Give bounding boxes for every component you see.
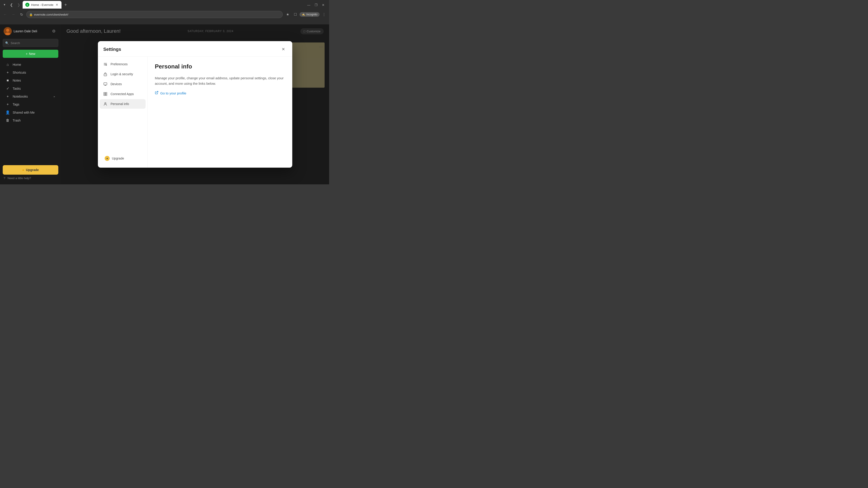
new-button[interactable]: + New: [3, 50, 58, 58]
help-label: Need a little help?: [7, 176, 31, 180]
svg-rect-9: [104, 92, 105, 94]
sidebar-item-tags[interactable]: + Tags: [2, 101, 59, 108]
svg-rect-12: [105, 94, 107, 96]
connected-apps-icon: [103, 92, 108, 96]
personal-info-label: Personal info: [111, 102, 129, 106]
sidebar-item-notebooks[interactable]: + Notebooks ►: [2, 93, 59, 100]
settings-icon-button[interactable]: ⚙: [50, 28, 57, 35]
incognito-label: Incognito: [306, 13, 317, 16]
new-tab-button[interactable]: +: [62, 2, 69, 8]
incognito-badge: 🕵 Incognito: [300, 12, 320, 17]
personal-info-icon: [103, 101, 108, 106]
sidebar-item-shortcuts[interactable]: + Shortcuts: [2, 69, 59, 76]
sidebar-bottom: ● Upgrade ? Need a little help?: [0, 163, 61, 184]
modal-close-button[interactable]: ✕: [280, 46, 287, 53]
settings-nav-connected-apps[interactable]: Connected Apps: [100, 89, 146, 99]
avatar: [4, 27, 12, 35]
modal-body: Preferences Login & security: [98, 57, 292, 168]
shortcuts-icon: +: [5, 70, 10, 74]
minimize-button[interactable]: —: [306, 2, 312, 8]
shortcuts-label: Shortcuts: [13, 71, 26, 74]
tab-group-button[interactable]: ▼: [2, 2, 7, 7]
settings-nav-bottom: ● Upgrade: [100, 152, 146, 165]
nav-forward-button[interactable]: →: [10, 11, 17, 18]
home-label: Home: [13, 63, 21, 66]
tasks-label: Tasks: [13, 87, 21, 90]
svg-point-13: [105, 103, 106, 104]
incognito-icon: 🕵: [302, 13, 305, 16]
lock-icon: 🔒: [29, 13, 33, 16]
window-controls: — ❐ ✕: [306, 2, 327, 8]
notebooks-arrow: ►: [53, 95, 56, 98]
settings-nav-login-security[interactable]: Login & security: [100, 69, 146, 79]
sidebar-nav: ⌂ Home + Shortcuts ■ Notes ✓ Tasks + Not…: [0, 60, 61, 163]
profile-link[interactable]: Go to your profile: [155, 91, 285, 95]
settings-section-title: Personal info: [155, 63, 285, 70]
svg-text:E: E: [27, 4, 28, 6]
refresh-button[interactable]: ↻: [18, 11, 25, 18]
sidebar: Lauren Dale Deli ⚙ 🔍 Search + New ⌂ Home…: [0, 24, 61, 184]
new-icon: +: [26, 52, 28, 56]
tab-bar: ▼ ❮ ❯ E Home - Evernote ✕ + — ❐ ✕: [0, 0, 329, 9]
settings-nav-preferences[interactable]: Preferences: [100, 59, 146, 69]
shared-label: Shared with Me: [13, 111, 35, 114]
trash-label: Trash: [13, 119, 21, 122]
svg-rect-11: [104, 94, 105, 96]
svg-point-7: [105, 75, 105, 75]
settings-nav-personal-info[interactable]: Personal info: [100, 99, 146, 109]
split-screen-button[interactable]: ☐: [292, 11, 299, 18]
tab-close-button[interactable]: ✕: [55, 3, 59, 6]
tasks-icon: ✓: [5, 86, 10, 91]
login-security-label: Login & security: [111, 72, 133, 76]
menu-button[interactable]: ⋮: [320, 11, 327, 18]
address-bar-row: ← → ↻ 🔒 evernote.com/client/web#/ ★ ☐ 🕵 …: [0, 9, 329, 20]
search-icon: 🔍: [5, 41, 9, 45]
notebooks-icon: +: [5, 94, 10, 98]
trash-icon: 🗑: [5, 119, 10, 123]
sidebar-header: Lauren Dale Deli ⚙: [0, 24, 61, 38]
notebooks-label: Notebooks: [13, 95, 28, 98]
upgrade-button-sidebar[interactable]: ● Upgrade: [3, 165, 58, 175]
devices-icon: [103, 82, 108, 87]
close-window-button[interactable]: ✕: [320, 2, 327, 8]
sidebar-item-trash[interactable]: 🗑 Trash: [2, 117, 59, 124]
external-link-icon: [155, 91, 158, 95]
modal-header: Settings ✕: [98, 41, 292, 57]
sidebar-item-shared[interactable]: 👤 Shared with Me: [2, 108, 59, 116]
home-icon: ⌂: [5, 63, 10, 67]
app-container: Lauren Dale Deli ⚙ 🔍 Search + New ⌂ Home…: [0, 24, 329, 184]
forward-button[interactable]: ❯: [16, 2, 22, 8]
modal-overlay[interactable]: Settings ✕: [61, 24, 329, 184]
notes-icon: ■: [5, 78, 10, 83]
shared-icon: 👤: [5, 110, 10, 115]
help-icon: ?: [4, 176, 5, 180]
settings-content: Personal info Manage your profile, chang…: [148, 57, 292, 168]
bookmark-button[interactable]: ★: [284, 11, 291, 18]
url-text: evernote.com/client/web#/: [34, 13, 280, 16]
svg-point-5: [106, 65, 107, 66]
help-item[interactable]: ? Need a little help?: [3, 175, 58, 182]
settings-nav-upgrade[interactable]: ● Upgrade: [101, 154, 144, 163]
preferences-icon: [103, 62, 108, 67]
devices-label: Devices: [111, 82, 122, 86]
new-label: New: [29, 52, 35, 56]
svg-point-3: [6, 29, 9, 32]
restore-button[interactable]: ❐: [313, 2, 319, 8]
profile-link-label: Go to your profile: [160, 91, 186, 95]
sidebar-item-home[interactable]: ⌂ Home: [2, 61, 59, 68]
back-button[interactable]: ❮: [8, 2, 14, 8]
tab-favicon: E: [25, 3, 29, 7]
svg-rect-8: [104, 83, 107, 85]
upgrade-icon: ●: [105, 156, 110, 161]
login-security-icon: [103, 72, 108, 76]
nav-back-button[interactable]: ←: [2, 11, 8, 18]
address-bar[interactable]: 🔒 evernote.com/client/web#/: [26, 11, 283, 18]
tab-title: Home - Evernote: [31, 3, 53, 6]
settings-nav: Preferences Login & security: [98, 57, 148, 168]
settings-nav-devices[interactable]: Devices: [100, 79, 146, 89]
settings-description: Manage your profile, change your email a…: [155, 75, 285, 86]
active-tab[interactable]: E Home - Evernote ✕: [23, 1, 61, 8]
sidebar-item-notes[interactable]: ■ Notes: [2, 76, 59, 84]
sidebar-item-tasks[interactable]: ✓ Tasks: [2, 85, 59, 92]
search-bar[interactable]: 🔍 Search: [3, 39, 58, 47]
